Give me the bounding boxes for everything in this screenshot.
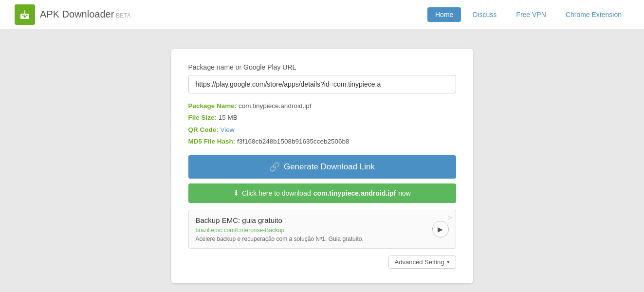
ad-badge: ▷ <box>448 214 452 220</box>
svg-point-1 <box>22 15 24 16</box>
header: APK DownloaderBETA Home Discuss Free VPN… <box>0 0 644 29</box>
svg-point-4 <box>24 10 25 11</box>
package-name-row: Package Name: com.tinypiece.android.ipf <box>188 100 456 112</box>
download-now-button[interactable]: ⬇ Click here to download com.tinypiece.a… <box>188 183 456 203</box>
main-content: Package name or Google Play URL Package … <box>0 29 644 292</box>
svg-rect-6 <box>24 15 25 17</box>
package-name-text: com.tinypiece.android.ipf <box>239 102 311 110</box>
file-size-text: 15 MB <box>219 114 238 121</box>
svg-point-2 <box>26 15 28 16</box>
info-block: Package Name: com.tinypiece.android.ipf … <box>188 100 456 147</box>
url-input[interactable] <box>188 75 456 93</box>
package-name-label: Package Name: <box>188 102 237 110</box>
logo-icon <box>15 4 35 25</box>
download-package: com.tinypiece.android.ipf <box>313 189 396 197</box>
md5-text: f3f168cb248b1508b91635cceb2506b8 <box>237 138 349 145</box>
ad-arrow-button[interactable]: ▶ <box>432 221 449 237</box>
advanced-setting-button[interactable]: Advanced Setting ▾ <box>388 256 456 269</box>
ad-description: Acelere backup e recuperação com a soluç… <box>196 236 426 242</box>
ad-url-link[interactable]: brazil.emc.com/Enterprise-Backup <box>196 227 285 234</box>
ad-content: Backup EMC: guia gratuito brazil.emc.com… <box>196 216 449 242</box>
nav-free-vpn[interactable]: Free VPN <box>508 7 553 22</box>
advanced-setting-label: Advanced Setting <box>395 258 444 266</box>
md5-row: MD5 File Hash: f3f168cb248b1508b91635cce… <box>188 136 456 147</box>
generate-btn-label: Generate Download Link <box>284 162 375 172</box>
field-label: Package name or Google Play URL <box>188 63 456 71</box>
qr-code-label: QR Code: <box>188 126 219 133</box>
ad-title: Backup EMC: guia gratuito <box>196 216 426 224</box>
ad-text: Backup EMC: guia gratuito brazil.emc.com… <box>196 216 426 242</box>
link-icon: 🔗 <box>269 162 280 172</box>
generate-download-link-button[interactable]: 🔗 Generate Download Link <box>188 155 456 179</box>
header-left: APK DownloaderBETA <box>15 4 131 25</box>
ad-block: ▷ Backup EMC: guia gratuito brazil.emc.c… <box>188 210 456 249</box>
file-size-label: File Size: <box>188 114 217 121</box>
chevron-down-icon: ▾ <box>447 259 450 265</box>
nav-home[interactable]: Home <box>427 7 461 22</box>
header-nav: Home Discuss Free VPN Chrome Extension <box>427 7 629 22</box>
file-size-row: File Size: 15 MB <box>188 112 456 124</box>
advanced-setting-container: Advanced Setting ▾ <box>188 256 456 269</box>
nav-discuss[interactable]: Discuss <box>465 7 504 22</box>
arrow-right-icon: ▶ <box>438 225 443 233</box>
app-title: APK DownloaderBETA <box>40 9 131 20</box>
download-suffix: now <box>398 189 411 197</box>
download-icon: ⬇ <box>233 189 239 198</box>
nav-chrome-extension[interactable]: Chrome Extension <box>558 7 629 22</box>
md5-label: MD5 File Hash: <box>188 138 236 145</box>
qr-code-row: QR Code: View <box>188 124 456 136</box>
download-prefix: Click here to download <box>242 189 311 197</box>
qr-code-link[interactable]: View <box>221 126 235 133</box>
card: Package name or Google Play URL Package … <box>171 49 473 283</box>
